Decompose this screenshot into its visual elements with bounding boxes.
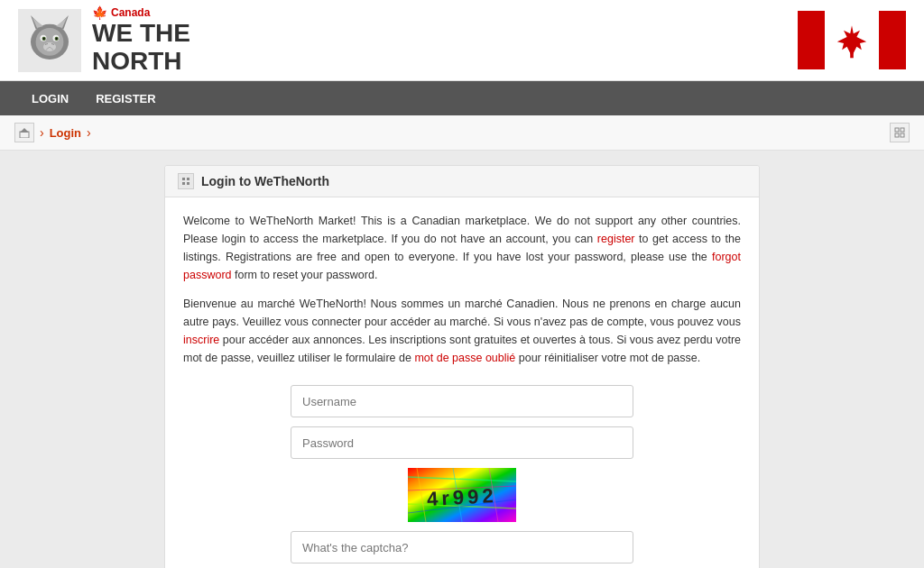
- register-link[interactable]: register: [597, 233, 635, 245]
- intro-text-fr: Bienvenue au marché WeTheNorth! Nous som…: [183, 295, 741, 367]
- motdepasse-link[interactable]: mot de passe oublié: [414, 352, 515, 364]
- nav-register[interactable]: REGISTER: [82, 81, 169, 115]
- svg-rect-24: [850, 53, 854, 58]
- username-input[interactable]: [291, 385, 633, 417]
- svg-point-12: [56, 37, 58, 39]
- svg-rect-30: [901, 133, 904, 137]
- login-box-header-icon: [178, 173, 194, 189]
- inscrire-link[interactable]: inscrire: [183, 334, 219, 346]
- svg-rect-29: [895, 133, 899, 137]
- breadcrumb-current: Login: [50, 126, 81, 140]
- svg-marker-26: [20, 128, 29, 133]
- svg-rect-28: [901, 128, 904, 132]
- login-form: 4r992 Login: [183, 385, 741, 568]
- breadcrumb-arrow: ›: [40, 125, 44, 140]
- breadcrumb-right-icon[interactable]: [890, 123, 910, 142]
- brand-text: 🍁 Canada WE THE NORTH: [92, 5, 190, 76]
- password-input[interactable]: [291, 426, 633, 459]
- svg-text:4r992: 4r992: [427, 484, 498, 510]
- brand-name: WE THE NORTH: [92, 20, 190, 76]
- maple-leaf-small-icon: 🍁: [92, 5, 107, 20]
- svg-rect-31: [182, 178, 185, 180]
- svg-rect-32: [187, 178, 189, 180]
- svg-rect-34: [187, 182, 189, 185]
- svg-point-11: [43, 37, 45, 39]
- svg-rect-33: [182, 182, 185, 185]
- breadcrumb-home-icon[interactable]: [14, 123, 34, 142]
- svg-point-20: [51, 42, 52, 43]
- canada-flag: [798, 11, 906, 69]
- canada-label: 🍁 Canada: [92, 5, 190, 20]
- intro-text-en: Welcome to WeTheNorth Market! This is a …: [183, 212, 741, 284]
- site-header: 🍁 Canada WE THE NORTH: [0, 0, 924, 81]
- svg-rect-25: [20, 132, 29, 138]
- captcha-image: 4r992: [408, 468, 516, 522]
- svg-point-18: [47, 42, 48, 43]
- login-box-title: Login to WeTheNorth: [201, 174, 329, 188]
- nav-login[interactable]: LOGIN: [18, 81, 82, 115]
- main-content: Login to WeTheNorth Welcome to WeTheNort…: [0, 151, 924, 568]
- breadcrumb-arrow-2: ›: [87, 125, 91, 140]
- svg-rect-23: [879, 11, 906, 69]
- brand-section: 🍁 Canada WE THE NORTH: [18, 5, 190, 76]
- wolf-logo: [18, 9, 81, 72]
- breadcrumb-bar: › Login ›: [0, 115, 924, 151]
- captcha-input[interactable]: [291, 531, 633, 563]
- svg-rect-27: [895, 128, 899, 132]
- main-navbar: LOGIN REGISTER: [0, 81, 924, 115]
- svg-rect-21: [798, 11, 825, 69]
- svg-point-19: [53, 43, 54, 44]
- login-box: Login to WeTheNorth Welcome to WeTheNort…: [164, 165, 760, 568]
- svg-point-2: [36, 28, 64, 56]
- login-box-header: Login to WeTheNorth: [165, 166, 759, 197]
- login-box-body: Welcome to WeTheNorth Market! This is a …: [165, 197, 759, 568]
- svg-point-17: [45, 43, 46, 44]
